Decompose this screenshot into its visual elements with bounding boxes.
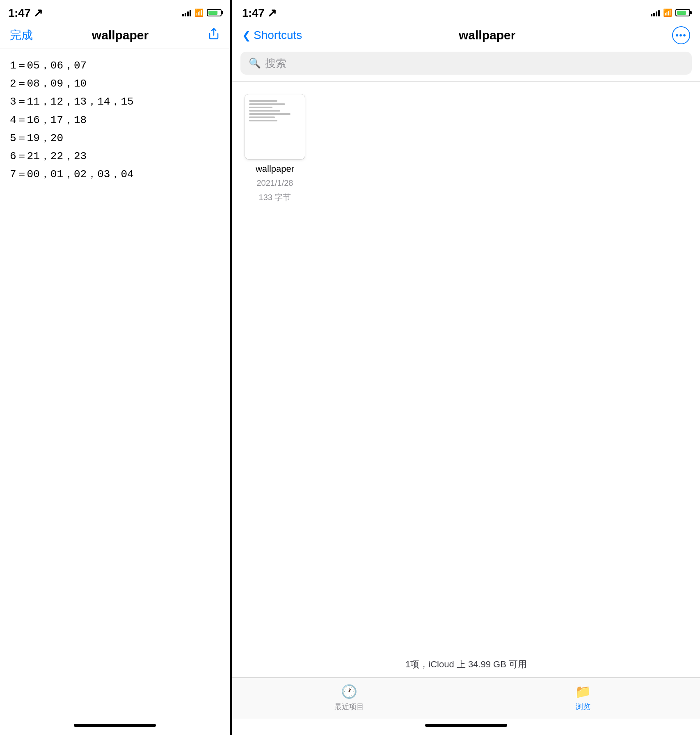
file-thumbnail xyxy=(245,94,305,160)
editor-line: 5＝19，20 xyxy=(10,129,220,147)
home-bar-left xyxy=(74,724,156,727)
home-bar-right xyxy=(425,724,507,727)
chevron-left-icon: ❮ xyxy=(242,29,251,42)
time-left: 1:47 ↗ xyxy=(8,6,43,20)
done-button[interactable]: 完成 xyxy=(10,27,33,43)
back-button[interactable]: ❮ Shortcuts xyxy=(242,29,302,42)
back-label: Shortcuts xyxy=(254,29,302,42)
files-grid: wallpaper 2021/1/28 133 字节 xyxy=(232,82,700,652)
editor-content[interactable]: 1＝05，06，07 2＝08，09，10 3＝11，12，13，14，15 4… xyxy=(0,48,230,719)
wifi-icon-right: 📶 xyxy=(663,8,672,17)
search-placeholder: 搜索 xyxy=(265,56,286,71)
status-icons-right: 📶 xyxy=(651,8,690,17)
battery-icon xyxy=(207,9,222,16)
bottom-info: 1项，iCloud 上 34.99 GB 可用 xyxy=(232,652,700,677)
tab-bar: 🕐 最近项目 📁 浏览 xyxy=(232,678,700,719)
file-preview-lines xyxy=(249,98,301,121)
tab-recent[interactable]: 🕐 最近项目 xyxy=(232,684,466,712)
search-bar-container: 🔍 搜索 xyxy=(232,48,700,81)
nav-title-right: wallpaper xyxy=(459,28,515,42)
editor-line: 3＝11，12，13，14，15 xyxy=(10,93,220,111)
status-bar-right: 1:47 ↗ 📶 xyxy=(232,0,700,22)
file-size: 133 字节 xyxy=(259,192,291,203)
home-indicator-right xyxy=(232,719,700,735)
editor-line: 2＝08，09，10 xyxy=(10,75,220,93)
file-name: wallpaper xyxy=(256,164,294,174)
folder-icon: 📁 xyxy=(575,684,591,699)
signal-icon xyxy=(182,9,191,16)
time-right: 1:47 ↗ xyxy=(242,6,277,20)
tab-browse-label: 浏览 xyxy=(576,702,590,712)
status-icons-left: 📶 xyxy=(182,8,222,17)
home-indicator-left xyxy=(0,719,230,735)
tab-browse[interactable]: 📁 浏览 xyxy=(466,684,700,712)
search-bar[interactable]: 🔍 搜索 xyxy=(240,52,692,75)
clock-icon: 🕐 xyxy=(341,684,357,699)
share-button[interactable] xyxy=(208,27,220,43)
tab-recent-label: 最近项目 xyxy=(334,702,364,712)
battery-icon-right xyxy=(675,9,690,16)
file-date: 2021/1/28 xyxy=(257,178,293,188)
more-icon: ••• xyxy=(675,31,686,40)
status-bar-left: 1:47 ↗ 📶 xyxy=(0,0,230,22)
editor-line: 6＝21，22，23 xyxy=(10,147,220,165)
signal-icon-right xyxy=(651,9,660,16)
more-button[interactable]: ••• xyxy=(672,26,690,44)
nav-title-left: wallpaper xyxy=(92,28,149,42)
file-item[interactable]: wallpaper 2021/1/28 133 字节 xyxy=(242,94,308,203)
editor-line: 7＝00，01，02，03，04 xyxy=(10,165,220,183)
left-panel: 1:47 ↗ 📶 完成 wallpaper xyxy=(0,0,230,735)
editor-line: 4＝16，17，18 xyxy=(10,111,220,129)
wifi-icon: 📶 xyxy=(194,8,204,17)
nav-bar-left: 完成 wallpaper xyxy=(0,22,230,48)
share-icon xyxy=(208,27,220,40)
editor-line: 1＝05，06，07 xyxy=(10,57,220,75)
search-icon: 🔍 xyxy=(249,57,261,69)
right-panel: 1:47 ↗ 📶 ❮ Shortcuts wallpaper ••• xyxy=(232,0,700,735)
nav-bar-right: ❮ Shortcuts wallpaper ••• xyxy=(232,22,700,48)
